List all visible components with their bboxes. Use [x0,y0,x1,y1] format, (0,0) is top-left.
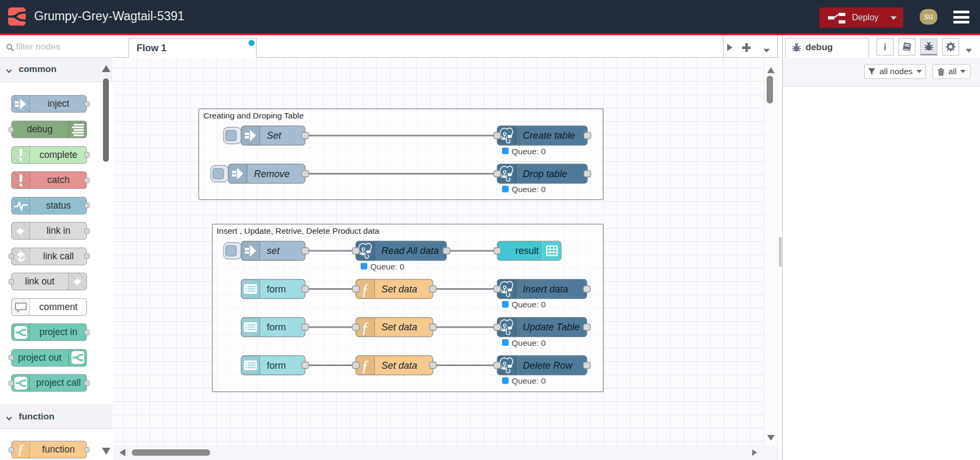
svg-text:Set data: Set data [381,284,417,295]
svg-text:Create table: Create table [523,130,575,141]
svg-text:Set: Set [267,130,282,141]
svg-text:Set data: Set data [381,360,417,371]
svg-text:result: result [515,245,539,256]
svg-text:form: form [267,284,286,295]
svg-text:Queue: 0: Queue: 0 [512,338,546,347]
svg-text:Queue: 0: Queue: 0 [512,185,546,194]
svg-text:Creating and Droping Table: Creating and Droping Table [203,111,304,120]
svg-text:Read All data: Read All data [381,245,439,256]
svg-text:Insert , Update, Retrive, Dele: Insert , Update, Retrive, Delete Product… [217,226,379,235]
svg-text:Queue: 0: Queue: 0 [512,300,546,309]
svg-text:form: form [267,322,286,332]
svg-text:Set data: Set data [381,322,417,332]
svg-text:ƒ: ƒ [361,356,369,374]
svg-text:ƒ: ƒ [361,318,369,336]
svg-text:Insert data: Insert data [523,284,568,295]
svg-text:ƒ: ƒ [361,280,369,298]
svg-text:Queue: 0: Queue: 0 [512,147,546,156]
svg-text:Drop table: Drop table [523,169,567,179]
svg-text:form: form [267,360,286,371]
svg-text:Update Table: Update Table [523,322,579,332]
svg-text:i: i [883,42,886,52]
svg-text:Queue: 0: Queue: 0 [512,376,546,385]
svg-text:Delete Row: Delete Row [523,360,573,371]
svg-text:set: set [267,245,280,256]
svg-text:Queue: 0: Queue: 0 [370,262,404,271]
svg-text:Remove: Remove [254,169,290,179]
